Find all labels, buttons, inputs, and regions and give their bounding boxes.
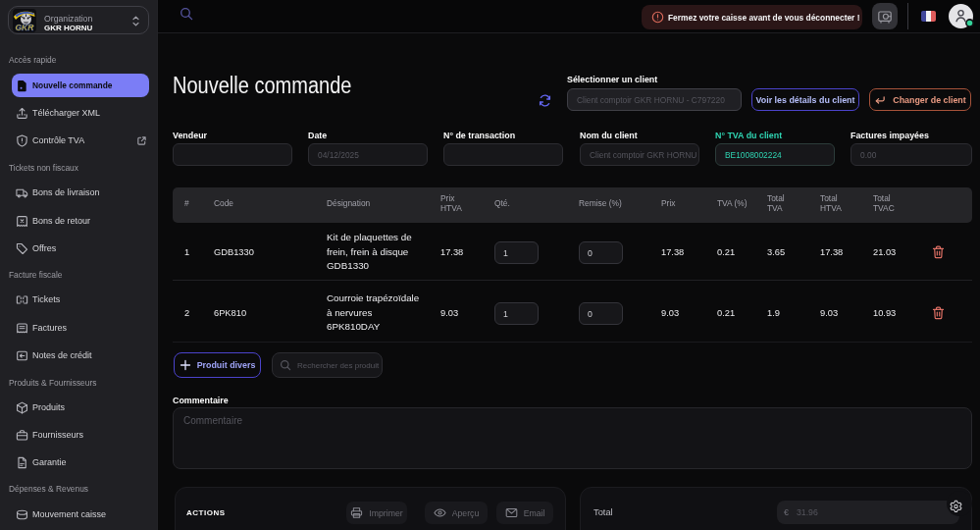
svg-text:GKR: GKR	[16, 23, 35, 32]
